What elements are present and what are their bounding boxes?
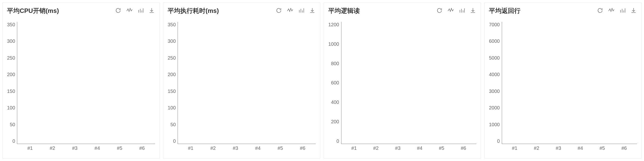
download-icon — [630, 7, 637, 15]
refresh-button[interactable] — [436, 8, 443, 14]
x-tick-label: #2 — [204, 144, 222, 151]
x-axis: #1#2#3#4#5#6 — [502, 144, 637, 151]
y-tick-label: 350 — [168, 22, 176, 28]
y-tick-label: 1000 — [328, 41, 339, 47]
x-axis: #1#2#3#4#5#6 — [178, 144, 316, 151]
x-tick-label: #3 — [550, 144, 567, 151]
panel-title: 平均执行耗时(ms) — [168, 7, 219, 15]
x-tick-label: #2 — [44, 144, 61, 151]
line-chart-icon — [287, 7, 293, 15]
y-tick-label: 2000 — [489, 105, 500, 111]
panel-tools — [597, 8, 637, 14]
plot-area — [502, 22, 637, 144]
panel-head: 平均逻辑读 — [328, 7, 476, 15]
refresh-icon — [115, 7, 121, 15]
y-tick-label: 3000 — [489, 89, 500, 94]
chart: 350300250200150100500#1#2#3#4#5#6 — [7, 22, 155, 151]
y-tick-label: 300 — [168, 38, 176, 44]
y-tick-label: 0 — [497, 138, 500, 144]
y-tick-label: 200 — [331, 119, 339, 124]
download-button[interactable] — [470, 8, 476, 14]
bar-chart-icon — [137, 7, 144, 15]
bar-chart-button[interactable] — [137, 8, 144, 14]
panel-tools — [115, 8, 155, 14]
x-tick-label: #6 — [616, 144, 632, 151]
x-tick-label: #6 — [294, 144, 311, 151]
x-tick-label: #4 — [249, 144, 266, 151]
y-axis: 350300250200150100500 — [7, 22, 17, 144]
x-tick-label: #2 — [368, 144, 384, 151]
download-button[interactable] — [630, 8, 637, 14]
bar-chart-icon — [298, 7, 304, 15]
x-tick-label: #1 — [506, 144, 523, 151]
y-tick-label: 100 — [7, 105, 15, 111]
bar-chart-icon — [619, 7, 626, 15]
y-tick-label: 150 — [168, 89, 176, 94]
y-tick-label: 0 — [336, 138, 339, 144]
refresh-button[interactable] — [597, 8, 604, 14]
panel-tools — [276, 8, 316, 14]
bar-chart-button[interactable] — [619, 8, 626, 14]
x-tick-label: #3 — [227, 144, 244, 151]
y-tick-label: 400 — [331, 99, 339, 105]
x-axis-spacer — [168, 144, 178, 151]
y-tick-label: 6000 — [489, 38, 500, 44]
x-tick-label: #5 — [272, 144, 289, 151]
refresh-button[interactable] — [276, 8, 282, 14]
y-tick-label: 300 — [7, 38, 15, 44]
x-tick-label: #5 — [111, 144, 128, 151]
line-chart-button[interactable] — [286, 8, 293, 14]
refresh-icon — [276, 7, 282, 15]
panel-title: 平均返回行 — [489, 7, 520, 15]
x-tick-label: #1 — [346, 144, 362, 151]
x-axis-spacer — [489, 144, 502, 151]
y-tick-label: 7000 — [489, 22, 500, 28]
bar-chart-button[interactable] — [458, 8, 465, 14]
bar-chart-icon — [458, 7, 465, 15]
y-tick-label: 100 — [168, 105, 176, 111]
x-tick-label: #4 — [411, 144, 428, 151]
chart: 70006000500040003000200010000#1#2#3#4#5#… — [489, 22, 637, 151]
x-tick-label: #5 — [433, 144, 450, 151]
line-chart-icon — [126, 7, 132, 15]
x-tick-label: #1 — [21, 144, 38, 151]
refresh-button[interactable] — [115, 8, 122, 14]
download-icon — [470, 7, 476, 15]
line-chart-button[interactable] — [447, 8, 454, 14]
line-chart-icon — [608, 7, 614, 15]
plot-area — [17, 22, 155, 144]
line-chart-icon — [448, 7, 454, 15]
y-tick-label: 1200 — [328, 22, 339, 28]
x-tick-label: #4 — [572, 144, 589, 151]
x-axis: #1#2#3#4#5#6 — [341, 144, 476, 151]
y-tick-label: 600 — [331, 80, 339, 86]
y-tick-label: 150 — [7, 89, 15, 94]
chart-panel-rows: 平均返回行70006000500040003000200010000#1#2#3… — [484, 3, 642, 158]
y-tick-label: 250 — [168, 55, 176, 61]
chart: 350300250200150100500#1#2#3#4#5#6 — [168, 22, 316, 151]
x-axis: #1#2#3#4#5#6 — [17, 144, 155, 151]
y-tick-label: 200 — [168, 72, 176, 77]
download-icon — [148, 7, 155, 15]
download-button[interactable] — [309, 8, 316, 14]
y-axis: 350300250200150100500 — [168, 22, 178, 144]
y-tick-label: 50 — [10, 122, 15, 127]
panel-head: 平均返回行 — [489, 7, 637, 15]
refresh-icon — [436, 7, 442, 15]
x-tick-label: #4 — [88, 144, 106, 151]
download-button[interactable] — [148, 8, 155, 14]
x-tick-label: #3 — [66, 144, 84, 151]
y-tick-label: 200 — [7, 72, 15, 77]
y-tick-label: 0 — [12, 138, 15, 144]
refresh-icon — [597, 7, 603, 15]
y-tick-label: 1000 — [489, 122, 500, 127]
chart-panel-elapsed: 平均执行耗时(ms)350300250200150100500#1#2#3#4#… — [163, 3, 320, 158]
x-tick-label: #6 — [134, 144, 151, 151]
y-tick-label: 4000 — [489, 72, 500, 77]
download-icon — [309, 7, 316, 15]
bar-chart-button[interactable] — [298, 8, 304, 14]
y-tick-label: 50 — [170, 122, 176, 127]
x-tick-label: #3 — [390, 144, 406, 151]
line-chart-button[interactable] — [126, 8, 133, 14]
line-chart-button[interactable] — [608, 8, 615, 14]
